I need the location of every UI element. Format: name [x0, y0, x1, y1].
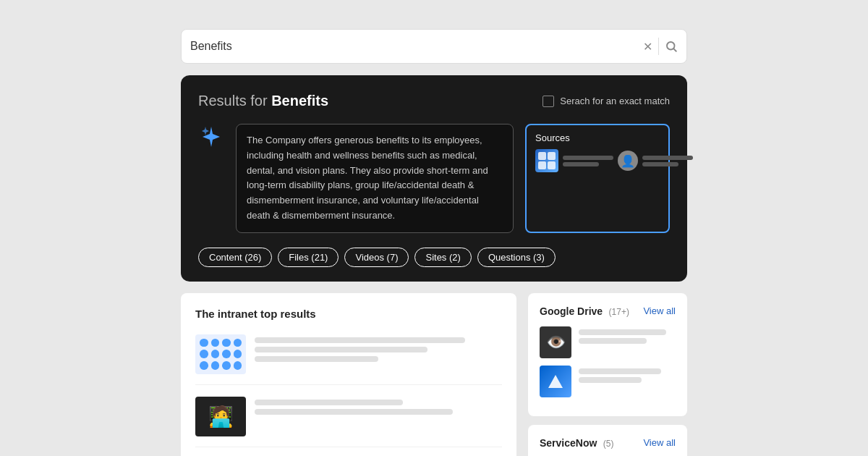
ai-panel: Results for Benefits Serach for an exact…: [181, 75, 687, 282]
google-drive-header: Google Drive (17+) View all: [540, 305, 676, 318]
source-lines-2: [642, 156, 693, 166]
placeholder-line: [255, 409, 453, 415]
servicenow-title-row: ServiceNow (5): [540, 436, 614, 449]
gdrive-result-1[interactable]: 👁️: [540, 326, 676, 358]
servicenow-panel: ServiceNow (5) View all 🤝: [528, 425, 687, 456]
bottom-section: The intranet top results: [181, 293, 687, 456]
main-container: ✕ Results for Benefits Serach for an exa…: [181, 29, 687, 456]
filter-tab-files[interactable]: Files (21): [278, 248, 339, 267]
search-bar: ✕: [181, 29, 687, 64]
gdrive-lines-1: [579, 326, 676, 344]
servicenow-count: (5): [603, 439, 614, 449]
google-drive-panel: Google Drive (17+) View all 👁️: [528, 293, 687, 416]
result-thumb-1: [195, 334, 246, 374]
search-input[interactable]: [190, 40, 643, 53]
google-drive-title-row: Google Drive (17+): [540, 305, 629, 318]
filter-tab-videos[interactable]: Videos (7): [344, 248, 409, 267]
source-line: [563, 156, 613, 160]
filter-tab-content[interactable]: Content (26): [198, 248, 272, 267]
source-lines-1: [563, 156, 613, 166]
google-drive-view-all[interactable]: View all: [643, 305, 676, 316]
placeholder-line: [579, 368, 661, 374]
gdrive-thumb-1: 👁️: [540, 326, 571, 358]
sources-items: 👤: [535, 149, 660, 172]
sparkle-icon: [198, 124, 224, 150]
placeholder-line: [255, 356, 378, 362]
source-line: [642, 156, 693, 160]
exact-match-checkbox[interactable]: [542, 96, 554, 107]
sources-panels: Google Drive (17+) View all 👁️: [528, 293, 687, 456]
intranet-panel: The intranet top results: [181, 293, 516, 456]
ai-content-row: The Company offers generous benefits to …: [198, 124, 670, 233]
google-drive-count: (17+): [609, 307, 629, 317]
placeholder-line: [255, 400, 403, 405]
filter-tab-sites[interactable]: Sites (2): [414, 248, 471, 267]
results-title: Results for Benefits: [198, 93, 328, 109]
ai-result-text: The Company offers generous benefits to …: [236, 124, 514, 233]
source-thumb-1: [535, 149, 558, 172]
source-avatar: 👤: [618, 151, 638, 171]
azure-icon: [548, 375, 563, 388]
filter-tabs: Content (26) Files (21) Videos (7) Sites…: [198, 248, 670, 267]
exact-match-label: Serach for an exact match: [542, 96, 670, 107]
clear-button[interactable]: ✕: [643, 40, 652, 54]
search-divider: [658, 38, 659, 55]
placeholder-line: [579, 329, 666, 335]
servicenow-title: ServiceNow: [540, 437, 597, 449]
placeholder-line: [255, 337, 465, 343]
search-button[interactable]: [665, 40, 678, 53]
result-thumb-2: 🧑‍💻: [195, 397, 246, 436]
sources-box[interactable]: Sources 👤: [525, 124, 670, 233]
intranet-title: The intranet top results: [195, 308, 502, 320]
result-lines-2: [255, 397, 502, 415]
svg-line-1: [673, 48, 676, 51]
gdrive-result-2[interactable]: [540, 366, 676, 397]
intranet-result-2[interactable]: 🧑‍💻: [195, 397, 502, 447]
result-lines-1: [255, 334, 502, 362]
gdrive-lines-2: [579, 366, 676, 383]
placeholder-line: [255, 347, 427, 352]
servicenow-header: ServiceNow (5) View all: [540, 436, 676, 449]
placeholder-line: [579, 338, 647, 344]
sources-label: Sources: [535, 132, 660, 143]
filter-tab-questions[interactable]: Questions (3): [477, 248, 556, 267]
source-line: [642, 162, 678, 166]
intranet-result-1[interactable]: [195, 334, 502, 385]
source-line: [563, 162, 599, 166]
gdrive-thumb-2: [540, 366, 571, 397]
servicenow-view-all[interactable]: View all: [643, 437, 676, 448]
ai-panel-header: Results for Benefits Serach for an exact…: [198, 93, 670, 109]
google-drive-title: Google Drive: [540, 305, 603, 317]
placeholder-line: [579, 377, 642, 383]
